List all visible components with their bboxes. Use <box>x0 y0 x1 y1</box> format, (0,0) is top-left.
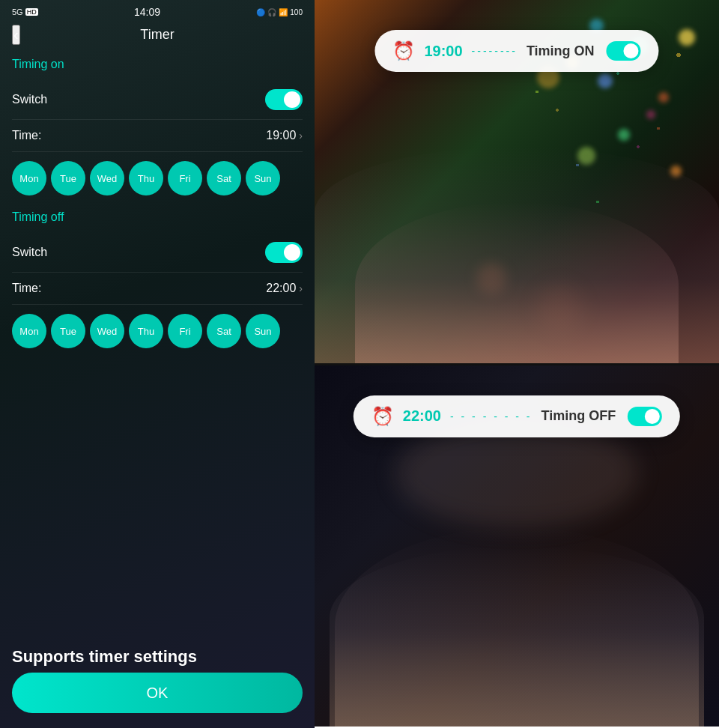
timing-on-day-tue[interactable]: Tue <box>51 161 85 195</box>
timing-off-day-wed[interactable]: Wed <box>90 314 124 348</box>
timing-on-day-thu[interactable]: Thu <box>129 161 163 195</box>
status-time: 14:09 <box>134 6 160 18</box>
status-bar: 5G HD 14:09 🔵 🎧 📶 100 <box>0 0 315 21</box>
timing-off-day-tue[interactable]: Tue <box>51 314 85 348</box>
timing-on-card-dots: -------- <box>472 45 518 57</box>
alarm-icon-top: ⏰ <box>392 40 415 61</box>
headphone-icon: 🎧 <box>267 8 276 16</box>
status-signal: 5G HD <box>12 7 38 16</box>
timing-off-switch-row: Switch <box>12 233 303 273</box>
timing-on-card: ⏰ 19:00 -------- Timing ON <box>374 30 658 72</box>
timing-off-time-label: Time: <box>12 282 41 295</box>
page-title: Timer <box>140 27 174 43</box>
signal-icon: 5G <box>12 7 23 16</box>
hd-icon: HD <box>25 8 38 16</box>
timing-off-toggle[interactable] <box>265 242 303 263</box>
timing-on-day-sun[interactable]: Sun <box>246 161 280 195</box>
timing-on-day-wed[interactable]: Wed <box>90 161 124 195</box>
timing-off-card-label: Timing OFF <box>541 408 616 424</box>
bottom-photo-section: ⏰ 22:00 - - - - - - - - Timing OFF <box>315 365 719 729</box>
timing-off-time-row[interactable]: Time: 22:00 › <box>12 273 303 305</box>
wifi-icon: 📶 <box>279 8 288 16</box>
timing-off-switch-label: Switch <box>12 246 47 259</box>
timing-off-day-mon[interactable]: Mon <box>12 314 46 348</box>
alarm-icon-bottom: ⏰ <box>371 406 394 427</box>
timing-off-days-row: Mon Tue Wed Thu Fri Sat Sun <box>12 305 303 357</box>
timing-off-card: ⏰ 22:00 - - - - - - - - Timing OFF <box>354 395 680 437</box>
timing-on-day-mon[interactable]: Mon <box>12 161 46 195</box>
timing-on-time-row[interactable]: Time: 19:00 › <box>12 120 303 152</box>
timing-on-time-label: Time: <box>12 129 41 142</box>
timing-off-time-value: 22:00 › <box>266 282 303 295</box>
timing-off-day-fri[interactable]: Fri <box>168 314 202 348</box>
timing-off-section-title: Timing off <box>12 210 303 224</box>
right-panel: ⏰ 19:00 -------- Timing ON ⏰ 22:00 - - -… <box>315 0 719 728</box>
timing-off-chevron: › <box>299 282 303 294</box>
timing-on-toggle[interactable] <box>265 89 303 110</box>
battery-icon: 100 <box>290 8 303 16</box>
timing-on-day-fri[interactable]: Fri <box>168 161 202 195</box>
timing-off-day-sat[interactable]: Sat <box>207 314 241 348</box>
title-bar: ‹ Timer <box>0 21 315 52</box>
back-button[interactable]: ‹ <box>12 25 20 45</box>
timing-off-day-sun[interactable]: Sun <box>246 314 280 348</box>
timing-off-day-thu[interactable]: Thu <box>129 314 163 348</box>
phone-panel: 5G HD 14:09 🔵 🎧 📶 100 ‹ Timer Timing on … <box>0 0 315 728</box>
timing-on-card-time: 19:00 <box>424 43 462 60</box>
bluetooth-icon: 🔵 <box>256 8 265 16</box>
supports-text: Supports timer settings <box>0 635 315 673</box>
timing-off-card-toggle[interactable] <box>628 407 662 426</box>
timing-off-card-dots: - - - - - - - - <box>450 410 533 422</box>
timing-on-section-title: Timing on <box>12 58 303 71</box>
timing-off-card-time: 22:00 <box>403 407 441 425</box>
status-icons: 🔵 🎧 📶 100 <box>256 8 303 16</box>
ok-button[interactable]: OK <box>12 673 303 713</box>
content-area: Timing on Switch Time: 19:00 › Mon Tue W… <box>0 52 315 635</box>
timing-on-switch-label: Switch <box>12 93 47 106</box>
timing-on-day-sat[interactable]: Sat <box>207 161 241 195</box>
timing-on-chevron: › <box>299 130 303 142</box>
timing-on-days-row: Mon Tue Wed Thu Fri Sat Sun <box>12 152 303 204</box>
timing-on-card-toggle[interactable] <box>607 41 641 61</box>
timing-on-card-label: Timing ON <box>527 43 595 59</box>
timing-on-time-value: 19:00 › <box>266 129 303 142</box>
top-photo-section: ⏰ 19:00 -------- Timing ON <box>315 0 719 363</box>
timing-on-switch-row: Switch <box>12 80 303 120</box>
